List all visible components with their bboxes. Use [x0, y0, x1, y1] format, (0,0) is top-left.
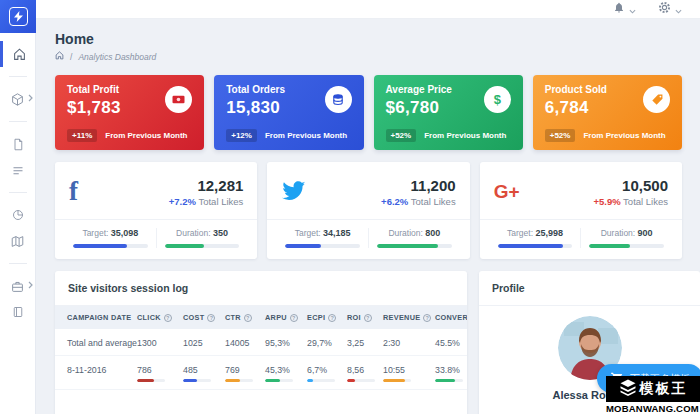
help-icon[interactable]: ? [364, 314, 372, 322]
stat-title: Average Price [386, 84, 452, 95]
stat-note: From Previous Month [583, 131, 665, 140]
duration-progress [165, 244, 240, 248]
social-card-facebook: f 12,281 +7.2% Total Likes Target: 35,09… [55, 162, 257, 259]
sidebar-nav [0, 33, 35, 325]
social-total: 11,200 [381, 177, 456, 194]
social-label: Total Likes [411, 196, 456, 207]
mini-progress [307, 379, 335, 382]
stat-title: Product Sold [545, 84, 607, 95]
main-column: Home / Analytics Dashboard Total Profit … [36, 0, 700, 414]
bottom-row: Site visitors session log CAMPAIGN DATE … [55, 271, 682, 414]
table-row: Total and average 1300 1025 14005 95,3% … [55, 329, 467, 356]
notifications-menu[interactable] [613, 0, 636, 18]
stat-note: From Previous Month [105, 131, 187, 140]
stat-note: From Previous Month [424, 131, 506, 140]
social-total: 12,281 [169, 177, 244, 194]
sidebar-item-charts[interactable] [0, 202, 36, 228]
tag-icon [643, 86, 670, 113]
stat-badge: +11% [67, 129, 97, 142]
book-icon [12, 306, 24, 318]
mini-progress [183, 379, 211, 382]
stat-title: Total Orders [226, 84, 285, 95]
top-header [36, 0, 700, 19]
duration-value: 350 [213, 228, 228, 238]
chevron-down-icon [675, 0, 682, 18]
visitors-table-panel: Site visitors session log CAMPAIGN DATE … [55, 271, 467, 414]
target-progress [498, 244, 573, 248]
help-icon[interactable]: ? [328, 314, 336, 322]
app-logo[interactable] [0, 0, 36, 33]
social-change: +5.9% [593, 196, 620, 207]
table-title: Site visitors session log [55, 271, 467, 306]
sidebar-divider [9, 192, 27, 193]
help-icon[interactable]: ? [164, 314, 172, 322]
social-change: +6.2% [381, 196, 408, 207]
target-progress [73, 244, 148, 248]
mini-progress [225, 379, 253, 382]
database-icon [325, 86, 352, 113]
dollar-icon: $ [484, 86, 511, 113]
duration-value: 800 [425, 228, 440, 238]
watermark: 模板王 MOBANWANG.COM [606, 376, 700, 414]
social-total: 10,500 [593, 177, 668, 194]
settings-menu[interactable] [658, 0, 682, 18]
watermark-domain: MOBANWANG.COM [606, 403, 700, 414]
breadcrumb: / Analytics Dashboard [55, 51, 682, 62]
mini-progress [265, 379, 293, 382]
help-icon[interactable]: ? [423, 314, 431, 322]
sidebar-item-apps[interactable] [0, 273, 36, 299]
google-plus-icon: G+ [494, 182, 520, 201]
sidebar-divider [9, 76, 27, 77]
page-content: Home / Analytics Dashboard Total Profit … [36, 19, 700, 414]
breadcrumb-separator: / [70, 52, 72, 62]
stat-title: Total Profit [67, 84, 121, 95]
mini-progress [435, 379, 463, 382]
stat-badge: +12% [226, 129, 257, 142]
stat-value: 15,830 [226, 98, 285, 118]
gear-icon [658, 0, 671, 18]
help-icon[interactable]: ? [290, 314, 298, 322]
mini-progress [347, 379, 375, 382]
mini-progress [137, 379, 165, 382]
pie-chart-icon [12, 209, 24, 221]
lightning-bolt-icon [9, 7, 28, 26]
list-icon [12, 164, 24, 176]
sidebar-item-products[interactable] [0, 86, 36, 112]
sidebar-divider [9, 263, 27, 264]
stat-note: From Previous Month [265, 131, 347, 140]
map-icon [11, 235, 24, 248]
home-icon[interactable] [55, 51, 64, 62]
social-card-twitter: 11,200 +6.2% Total Likes Target: 34,185 … [267, 162, 469, 259]
stat-cards-row: Total Profit $1,783 +11% From Previous M… [55, 75, 682, 150]
social-change: +7.2% [169, 196, 196, 207]
stat-value: $6,780 [386, 98, 452, 118]
sidebar-item-tables[interactable] [0, 157, 36, 183]
home-icon [13, 48, 26, 61]
help-icon[interactable]: ? [244, 314, 252, 322]
breadcrumb-current[interactable]: Analytics Dashboard [78, 52, 156, 62]
sidebar-item-home[interactable] [0, 41, 36, 67]
chevron-right-icon [28, 281, 33, 289]
sidebar-item-maps[interactable] [0, 228, 36, 254]
target-value: 34,185 [323, 228, 351, 238]
file-icon [12, 138, 24, 151]
help-icon[interactable]: ? [207, 314, 215, 322]
stat-card-average-price: Average Price $6,780 $ +52% From Previou… [374, 75, 523, 150]
sidebar-item-forms[interactable] [0, 131, 36, 157]
duration-progress [589, 244, 664, 248]
duration-progress [377, 244, 452, 248]
target-value: 25,998 [535, 228, 563, 238]
twitter-icon [281, 181, 311, 202]
social-label: Total Likes [198, 196, 243, 207]
money-bill-icon [165, 86, 192, 113]
table-header-row: CAMPAIGN DATE CLICK? COST? CTR? ARPU? EC… [55, 306, 467, 329]
package-icon [11, 93, 24, 106]
stat-card-total-profit: Total Profit $1,783 +11% From Previous M… [55, 75, 204, 150]
stat-card-total-orders: Total Orders 15,830 +12% From Previous M… [214, 75, 363, 150]
chevron-right-icon [28, 94, 33, 102]
sidebar-item-pages[interactable] [0, 299, 36, 325]
briefcase-icon [11, 280, 24, 293]
bell-icon [613, 0, 625, 18]
stat-card-product-sold: Product Sold 6,784 +52% From Previous Mo… [533, 75, 682, 150]
social-label: Total Likes [623, 196, 668, 207]
